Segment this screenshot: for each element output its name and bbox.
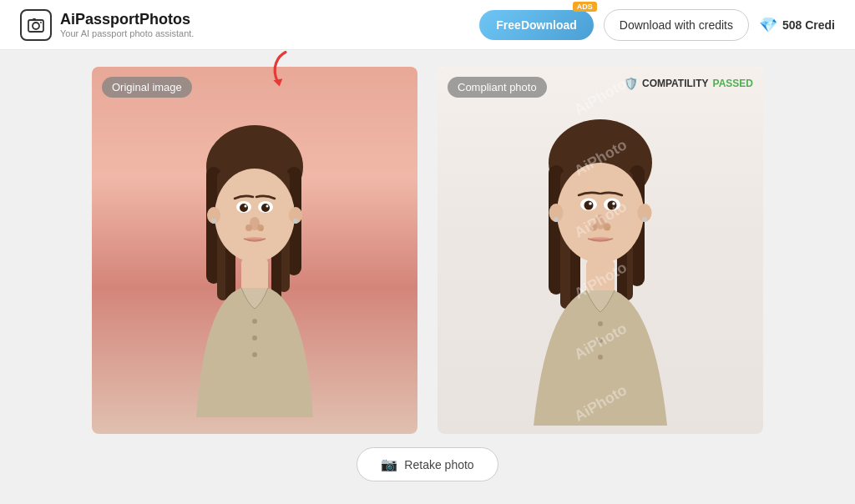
credits-display: 💎 508 Credi [759, 16, 835, 34]
header-actions: ADS FreeDownload Download with credits 💎… [479, 9, 835, 41]
images-row: Original image [52, 67, 803, 434]
compliant-image-label: Compliant photo [448, 77, 547, 98]
logo-subtitle: Your AI passport photo assistant. [60, 28, 194, 38]
main-content: Original image [0, 50, 855, 504]
svg-point-27 [293, 219, 298, 224]
svg-point-1 [33, 23, 39, 29]
svg-point-42 [584, 201, 594, 210]
svg-point-18 [245, 205, 247, 208]
credits-count: 508 Credi [782, 18, 835, 32]
svg-point-39 [557, 163, 644, 263]
retake-label: Retake photo [404, 458, 473, 471]
svg-point-55 [598, 321, 603, 326]
svg-point-17 [261, 204, 270, 212]
svg-point-3 [40, 22, 42, 23]
svg-point-31 [252, 352, 257, 357]
svg-point-43 [608, 201, 617, 210]
svg-point-26 [211, 219, 216, 224]
compliant-photo: AiPhoto AiPhoto AiPhoto AiPhoto AiPhoto … [438, 67, 763, 434]
original-person-svg [154, 83, 355, 417]
svg-point-57 [598, 355, 603, 360]
svg-point-19 [266, 205, 269, 208]
original-photo [92, 67, 417, 434]
compatibility-badge: 🛡️ COMPATILITY PASSED [624, 77, 753, 90]
compatibility-text: COMPATILITY [642, 78, 709, 89]
svg-rect-54 [586, 260, 615, 294]
svg-point-52 [554, 217, 559, 222]
logo-icon [20, 9, 52, 41]
logo-text-block: AiPassportPhotos Your AI passport photo … [60, 11, 194, 38]
download-credits-button[interactable]: Download with credits [604, 9, 749, 41]
original-image-panel: Original image [92, 67, 417, 434]
header: AiPassportPhotos Your AI passport photo … [0, 0, 855, 50]
svg-point-56 [598, 338, 603, 343]
svg-point-23 [260, 228, 263, 231]
original-image-label: Original image [102, 77, 192, 98]
shield-icon: 🛡️ [624, 77, 638, 90]
svg-point-53 [642, 217, 647, 222]
gem-icon: 💎 [759, 16, 777, 34]
logo-title: AiPassportPhotos [60, 11, 194, 28]
svg-rect-28 [241, 259, 268, 292]
svg-rect-2 [33, 18, 36, 21]
compliant-person-svg [492, 75, 709, 426]
svg-point-21 [245, 224, 252, 231]
svg-point-49 [606, 227, 610, 230]
compliant-photo-panel: Compliant photo 🛡️ COMPATILITY PASSED Ai… [438, 67, 763, 434]
passed-text: PASSED [713, 78, 753, 89]
ads-badge: ADS [573, 2, 597, 12]
logo-area: AiPassportPhotos Your AI passport photo … [20, 9, 194, 41]
free-download-wrapper: ADS FreeDownload [479, 10, 593, 40]
retake-photo-button[interactable]: 📷 Retake photo [357, 447, 498, 481]
svg-point-45 [612, 202, 615, 205]
svg-point-47 [590, 224, 598, 231]
svg-point-16 [240, 204, 248, 212]
svg-point-44 [589, 202, 592, 205]
svg-point-30 [252, 335, 257, 340]
free-download-button[interactable]: FreeDownload [479, 10, 593, 40]
svg-point-29 [252, 319, 257, 324]
svg-point-13 [215, 169, 295, 262]
camera-icon: 📷 [381, 456, 397, 472]
